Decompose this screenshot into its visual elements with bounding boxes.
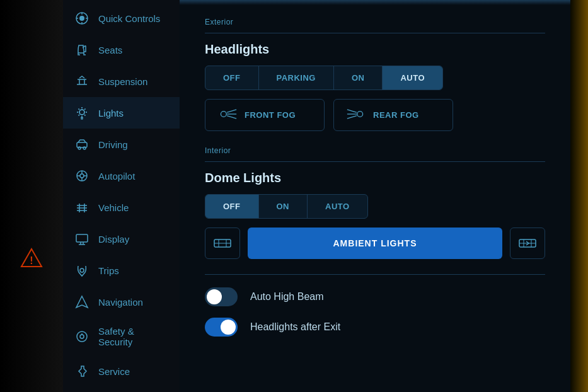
top-bar — [180, 0, 570, 5]
headlights-btn-group: OFF PARKING ON AUTO — [205, 66, 443, 90]
sidebar-item-service[interactable]: Service — [63, 355, 180, 387]
right-edge — [570, 0, 588, 392]
sidebar-item-safety-security[interactable]: Safety & Security — [63, 318, 180, 355]
svg-point-22 — [78, 147, 81, 149]
lights-icon — [74, 105, 89, 120]
dome-off-button[interactable]: OFF — [205, 195, 259, 218]
sidebar-label-quick-controls: Quick Controls — [98, 13, 160, 24]
sidebar-item-trips[interactable]: Trips — [63, 255, 180, 286]
front-fog-button[interactable]: FRONT FOG — [205, 99, 325, 131]
svg-line-18 — [84, 115, 86, 116]
svg-point-42 — [80, 335, 84, 338]
rear-fog-icon — [347, 107, 366, 123]
headlights-parking-button[interactable]: PARKING — [259, 66, 334, 89]
sidebar-label-seats: Seats — [98, 45, 122, 55]
safety-icon — [74, 329, 89, 344]
sidebar-item-driving[interactable]: Driving — [63, 129, 180, 160]
svg-line-53 — [347, 116, 357, 118]
headlights-title: Headlights — [205, 42, 545, 57]
svg-text:!: ! — [30, 255, 33, 266]
trips-icon — [74, 263, 89, 278]
ambient-lights-button[interactable]: AMBIENT LIGHTS — [248, 228, 502, 259]
ambient-icon-left-button[interactable] — [205, 228, 240, 259]
seat-icon — [74, 42, 89, 57]
warning-icon: ! — [20, 248, 43, 268]
sidebar-label-driving: Driving — [98, 139, 128, 150]
svg-line-20 — [79, 115, 80, 116]
svg-marker-40 — [76, 296, 88, 308]
driving-icon — [74, 137, 89, 152]
sidebar-label-service: Service — [98, 366, 130, 377]
sidebar-label-trips: Trips — [98, 265, 119, 276]
svg-line-51 — [347, 110, 357, 112]
autopilot-icon — [74, 168, 89, 183]
svg-point-3 — [79, 16, 84, 21]
sidebar-label-suspension: Suspension — [98, 76, 147, 87]
sidebar-item-vehicle[interactable]: Vehicle — [63, 192, 180, 223]
svg-point-50 — [357, 112, 363, 117]
rear-fog-button[interactable]: REAR FOG — [333, 99, 453, 131]
controls-icon — [74, 11, 89, 26]
sidebar-label-autopilot: Autopilot — [98, 171, 135, 182]
sidebar-label-navigation: Navigation — [98, 297, 143, 308]
sidebar-label-vehicle: Vehicle — [98, 202, 129, 213]
headlights-auto-button[interactable]: AUTO — [383, 66, 442, 89]
svg-point-23 — [83, 147, 86, 149]
svg-point-12 — [79, 110, 84, 115]
dome-auto-button[interactable]: AUTO — [308, 195, 367, 218]
sidebar-item-software[interactable]: Software — [63, 387, 180, 392]
svg-line-19 — [84, 109, 86, 110]
exterior-section-label: Exterior — [205, 18, 545, 26]
dome-lights-title: Dome Lights — [205, 171, 545, 185]
main-divider — [205, 274, 545, 275]
svg-line-49 — [227, 116, 236, 118]
sidebar-item-autopilot[interactable]: Autopilot — [63, 160, 180, 192]
svg-point-46 — [221, 112, 226, 117]
sidebar-label-display: Display — [98, 234, 129, 245]
auto-high-beam-label: Auto High Beam — [250, 291, 324, 303]
service-icon — [74, 364, 89, 379]
auto-high-beam-toggle[interactable] — [205, 287, 238, 306]
interior-section-label: Interior — [205, 146, 545, 155]
sidebar-label-safety-security: Safety & Security — [98, 326, 168, 347]
svg-line-47 — [227, 110, 236, 112]
dome-lights-btn-group: OFF ON AUTO — [205, 194, 368, 219]
front-fog-label: FRONT FOG — [245, 110, 296, 120]
sidebar-item-lights[interactable]: Lights — [63, 97, 180, 129]
headlights-after-exit-toggle[interactable] — [205, 318, 238, 337]
svg-rect-35 — [76, 234, 88, 242]
suspension-icon — [74, 74, 89, 89]
interior-section: Interior Dome Lights OFF ON AUTO — [205, 146, 545, 259]
dome-on-button[interactable]: ON — [259, 195, 308, 218]
exterior-divider — [205, 33, 545, 33]
ambient-lights-row: AMBIENT LIGHTS — [205, 228, 545, 259]
svg-point-39 — [80, 268, 84, 272]
sidebar-item-suspension[interactable]: Suspension — [63, 66, 180, 97]
headlights-on-button[interactable]: ON — [334, 66, 383, 89]
headlights-after-exit-label: Headlights after Exit — [250, 321, 340, 333]
left-edge: ! — [0, 0, 63, 392]
front-fog-icon — [218, 107, 237, 123]
sidebar-item-display[interactable]: Display — [63, 223, 180, 255]
sidebar-item-seats[interactable]: Seats — [63, 34, 180, 66]
interior-divider — [205, 161, 545, 162]
sidebar: Quick Controls Seats Suspension — [63, 0, 180, 392]
headlights-after-exit-row: Headlights after Exit — [205, 318, 545, 337]
display-icon — [74, 231, 89, 246]
rear-fog-label: REAR FOG — [373, 110, 419, 120]
svg-point-41 — [77, 331, 87, 342]
main-content: Exterior Headlights OFF PARKING ON AUTO — [180, 0, 570, 392]
sidebar-item-navigation[interactable]: Navigation — [63, 286, 180, 318]
vehicle-icon — [74, 200, 89, 215]
sidebar-label-lights: Lights — [98, 108, 124, 118]
headlights-off-button[interactable]: OFF — [205, 66, 259, 89]
svg-point-25 — [80, 174, 84, 178]
auto-high-beam-row: Auto High Beam — [205, 287, 545, 306]
navigation-icon — [74, 294, 89, 309]
svg-line-17 — [79, 109, 80, 110]
ambient-icon-right-button[interactable] — [510, 228, 545, 259]
fog-lights-row: FRONT FOG REAR FOG — [205, 99, 545, 131]
sidebar-item-quick-controls[interactable]: Quick Controls — [63, 3, 180, 34]
